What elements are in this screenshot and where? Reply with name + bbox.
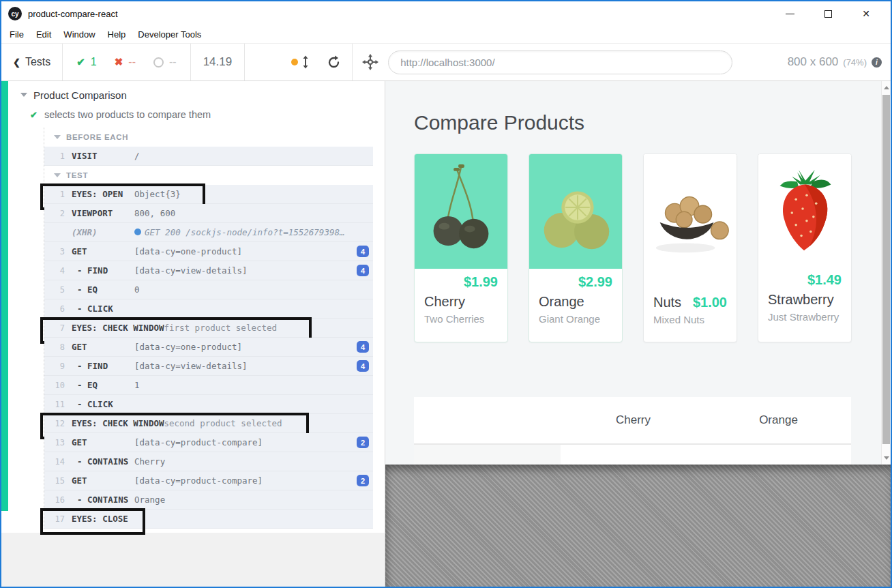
window-title: product-compare-react (28, 9, 118, 19)
command-row[interactable]: 9- FIND[data-cy=view-details]4 (44, 357, 373, 376)
command-row[interactable]: 4- FIND[data-cy=view-details]4 (44, 261, 373, 280)
command-method: - CONTAINS (72, 456, 134, 467)
command-message: GET 200 /sockjs-node/info?t=1552679398… (134, 227, 373, 237)
product-name: Cherry (424, 291, 498, 312)
command-row[interactable]: 5- EQ0 (44, 280, 373, 299)
command-message: [data-cy=product-compare] (134, 475, 357, 486)
command-number: 1 (44, 151, 65, 161)
command-method: - CLICK (72, 399, 134, 409)
product-name: Nuts (653, 292, 681, 312)
compare-table-header: CherryOrange (414, 397, 851, 445)
cherries-photo (415, 154, 507, 269)
auto-scroll-indicator[interactable] (291, 55, 309, 69)
viewport-size: 800 x 600 (788, 55, 839, 69)
command-row[interactable]: 1EYES: OPENObject{3} (44, 185, 373, 204)
command-method: GET (72, 475, 134, 486)
page-title: Compare Products (414, 111, 852, 134)
product-card-cherry[interactable]: $1.99CherryTwo Cherries (414, 153, 508, 342)
xhr-status-dot-icon (134, 229, 141, 235)
command-row[interactable]: 8GET[data-cy=one-product]4 (44, 338, 373, 357)
chevron-down-icon (54, 135, 61, 139)
menu-item-help[interactable]: Help (102, 29, 132, 40)
product-card-nuts[interactable]: Nuts$1.00Mixed Nuts (643, 153, 737, 342)
back-to-tests-button[interactable]: ❮ Tests (1, 56, 62, 68)
command-number: 14 (44, 457, 65, 467)
menu-item-edit[interactable]: Edit (30, 29, 57, 40)
command-row[interactable]: 14- CONTAINSCherry (44, 452, 373, 471)
command-row[interactable]: (XHR)GET 200 /sockjs-node/info?t=1552679… (44, 223, 373, 242)
command-message: Object{3} (134, 189, 373, 199)
product-subtitle: Just Strawberry (768, 310, 842, 325)
command-method: - FIND (72, 265, 134, 276)
command-method: EYES: OPEN (72, 189, 134, 199)
before-each-section-header[interactable]: BEFORE EACH (44, 128, 373, 147)
command-number: 17 (44, 514, 65, 524)
command-row[interactable]: 12EYES: CHECK WINDOWsecond product selec… (44, 414, 373, 433)
pending-count: -- (169, 56, 177, 68)
preview-scrollbar[interactable] (881, 81, 891, 465)
menu-item-file[interactable]: File (3, 29, 30, 40)
command-row[interactable]: 15GET[data-cy=product-compare]2 (44, 471, 373, 490)
command-message: [data-cy=one-product] (134, 342, 357, 352)
suite-header[interactable]: Product Comparison (20, 87, 385, 103)
element-count-badge: 4 (357, 341, 369, 353)
product-card-orange[interactable]: $2.99OrangeGiant Orange (529, 153, 623, 342)
info-icon[interactable]: i (872, 57, 882, 68)
divider (244, 44, 245, 80)
command-number: 7 (44, 323, 65, 333)
command-method: (XHR) (72, 227, 134, 237)
maximize-button[interactable] (809, 1, 847, 26)
command-method: GET (72, 437, 134, 447)
command-method: VISIT (72, 151, 134, 161)
command-row[interactable]: 11- CLICK (44, 395, 373, 414)
maximize-icon (824, 10, 832, 18)
divider (352, 44, 353, 80)
command-row[interactable]: 16- CONTAINSOrange (44, 490, 373, 510)
scroll-down-icon[interactable] (884, 456, 889, 460)
product-subtitle: Giant Orange (539, 312, 612, 327)
close-button[interactable]: ✕ (847, 1, 885, 26)
command-log: BEFORE EACH 1VISIT/ TEST 1EYES: OPENObje… (44, 128, 373, 529)
app-window: cy product-compare-react ✕ FileEditWindo… (0, 0, 892, 588)
product-card-body: $1.99CherryTwo Cherries (415, 269, 507, 327)
element-count-badge: 2 (357, 475, 369, 486)
command-message: [data-cy=view-details] (134, 265, 357, 276)
command-row[interactable]: 3GET[data-cy=one-product]4 (44, 242, 373, 261)
selector-playground-button[interactable] (362, 54, 378, 70)
command-number: 13 (44, 438, 65, 447)
command-row[interactable]: 10- EQ1 (44, 376, 373, 395)
element-count-badge: 4 (357, 246, 369, 257)
product-cards: $1.99CherryTwo Cherries$2.99OrangeGiant … (414, 153, 852, 342)
command-row[interactable]: 17EYES: CLOSE (44, 510, 373, 529)
command-row[interactable]: 1VISIT/ (44, 147, 373, 166)
product-card-strawberry[interactable]: $1.49StrawberryJust Strawberry (758, 153, 852, 342)
command-row[interactable]: 6- CLICK (44, 299, 373, 319)
product-subtitle: Two Cherries (424, 312, 498, 327)
command-row[interactable]: 13GET[data-cy=product-compare]2 (44, 433, 373, 452)
command-message: [data-cy=view-details] (134, 361, 357, 371)
scroll-up-icon[interactable] (884, 86, 889, 89)
command-method: - CONTAINS (72, 495, 134, 505)
minimize-button[interactable] (771, 1, 809, 26)
command-number: 8 (44, 342, 65, 352)
title-bar: cy product-compare-react ✕ (1, 1, 891, 26)
menu-item-developer-tools[interactable]: Developer Tools (132, 29, 207, 40)
menu-item-window[interactable]: Window (57, 29, 101, 40)
test-item[interactable]: ✔ selects two products to compare them (30, 106, 385, 123)
refresh-button[interactable] (327, 55, 341, 70)
command-method: EYES: CHECK WINDOW (72, 323, 164, 333)
strawberry-photo (758, 154, 851, 267)
command-number: 5 (44, 285, 65, 295)
command-method: - EQ (72, 284, 134, 295)
scrollbar-thumb[interactable] (882, 95, 890, 444)
command-row[interactable]: 7EYES: CHECK WINDOWfirst product selecte… (44, 319, 373, 338)
command-row[interactable]: 2VIEWPORT800, 600 (44, 204, 373, 223)
command-number: 16 (44, 495, 65, 505)
toolbar: ❮ Tests ✔ 1 ✖ -- -- 14.19 (1, 44, 891, 81)
url-input[interactable]: http://localhost:3000/ (388, 50, 732, 74)
test-section-header[interactable]: TEST (44, 166, 373, 185)
command-method: - FIND (72, 361, 134, 371)
product-name: Orange (539, 291, 612, 312)
passed-count: 1 (91, 56, 97, 68)
command-message: 1 (134, 380, 373, 390)
